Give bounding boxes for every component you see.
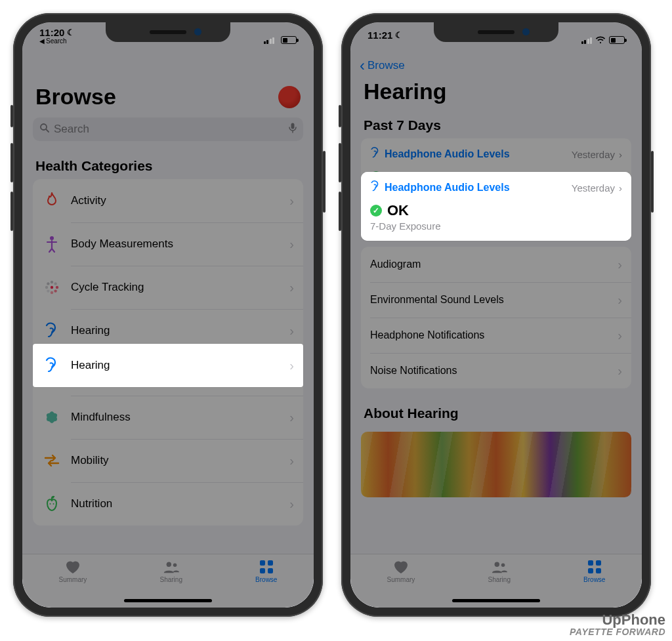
svg-point-4 [51, 286, 53, 289]
heart-fill-icon [64, 560, 81, 574]
tab-browse[interactable]: Browse [255, 560, 277, 608]
heart-fill-icon [392, 560, 410, 574]
category-nutrition[interactable]: Nutrition › [33, 482, 303, 526]
headphone-when: Yesterday [572, 182, 615, 194]
mindfulness-icon [42, 407, 62, 427]
breadcrumb-back[interactable]: ◀Search [39, 38, 75, 45]
chevron-right-icon: › [618, 328, 622, 343]
ear-icon [42, 321, 62, 341]
people-icon [163, 560, 180, 574]
section-health-categories: Health Categories [22, 141, 314, 179]
apple-icon [42, 494, 62, 514]
svg-rect-28 [588, 568, 593, 573]
item-headphone-notifications[interactable]: Headphone Notifications› [361, 318, 631, 353]
category-activity[interactable]: Activity › [33, 179, 303, 222]
do-not-disturb-icon: ☾ [395, 31, 403, 40]
svg-point-12 [47, 282, 49, 285]
svg-rect-29 [596, 568, 601, 573]
svg-point-9 [54, 289, 56, 292]
chevron-right-icon: › [289, 497, 294, 512]
battery-icon [609, 36, 625, 44]
headphone-card-highlight[interactable]: Headphone Audio Levels Yesterday › ✓ OK … [361, 172, 631, 241]
chevron-right-icon: › [289, 280, 294, 295]
item-audiogram[interactable]: Audiogram› [361, 247, 631, 282]
exposure-label: 7-Day Exposure [370, 220, 622, 232]
chevron-right-icon: › [619, 182, 622, 194]
item-noise-notifications[interactable]: Noise Notifications› [361, 353, 631, 388]
svg-point-11 [54, 282, 56, 285]
ear-icon [42, 356, 62, 375]
chevron-right-icon: › [618, 257, 622, 272]
chevron-right-icon: › [289, 410, 294, 425]
section-past-7-days: Past 7 Days [350, 108, 642, 138]
page-title: Browse [35, 84, 116, 110]
headphone-title: Headphone Audio Levels [385, 182, 510, 194]
back-button[interactable]: ‹ Browse [350, 55, 642, 72]
tab-summary[interactable]: Summary [59, 560, 87, 608]
chevron-right-icon: › [289, 323, 294, 339]
tab-browse[interactable]: Browse [583, 560, 605, 608]
svg-point-24 [494, 562, 499, 567]
svg-point-19 [173, 563, 177, 567]
notch [106, 22, 230, 42]
svg-point-17 [53, 503, 54, 505]
svg-point-7 [45, 286, 48, 289]
tab-summary[interactable]: Summary [387, 560, 415, 608]
category-cycle-tracking[interactable]: Cycle Tracking › [33, 266, 303, 309]
category-mobility[interactable]: Mobility › [33, 439, 303, 482]
category-hearing-highlight[interactable]: Hearing › [33, 344, 303, 387]
people-icon [491, 560, 508, 574]
page-title: Hearing [350, 72, 642, 108]
mic-icon[interactable] [289, 123, 297, 136]
chevron-right-icon: › [289, 453, 294, 468]
svg-rect-22 [260, 568, 265, 573]
status-time: 11:21 [368, 30, 392, 41]
svg-point-5 [56, 286, 58, 289]
svg-rect-23 [268, 568, 273, 573]
do-not-disturb-icon: ☾ [67, 28, 75, 37]
cell-signal-icon [581, 37, 593, 44]
flame-icon [42, 191, 62, 211]
watermark: UpPhone PAYETTE FORWARD [570, 612, 665, 637]
check-icon: ✓ [370, 205, 382, 217]
svg-rect-20 [260, 560, 265, 566]
svg-point-18 [166, 562, 171, 567]
svg-point-16 [50, 503, 51, 505]
item-environmental-sound-levels[interactable]: Environmental Sound Levels› [361, 282, 631, 318]
chevron-right-icon: › [619, 149, 622, 160]
profile-avatar[interactable] [278, 86, 301, 108]
home-indicator[interactable] [452, 599, 540, 602]
svg-rect-27 [596, 560, 601, 566]
svg-rect-2 [291, 123, 295, 129]
svg-point-3 [50, 236, 54, 240]
status-time: 11:20 [39, 28, 64, 38]
svg-point-25 [501, 563, 505, 567]
phone-right: 11:21☾ ‹ Browse Hearing Past 7 Days [341, 13, 651, 617]
svg-point-6 [51, 291, 53, 294]
wifi-icon [595, 35, 606, 46]
svg-point-10 [47, 289, 49, 292]
search-placeholder: Search [54, 123, 285, 136]
category-body-measurements[interactable]: Body Measurements › [33, 222, 303, 266]
grid-icon [258, 560, 275, 574]
section-about-hearing: About Hearing [350, 388, 642, 426]
chevron-left-icon: ◀ [39, 38, 45, 45]
svg-line-1 [46, 129, 49, 132]
chevron-right-icon: › [289, 237, 294, 252]
svg-rect-26 [588, 560, 593, 566]
body-icon [42, 234, 62, 254]
ear-icon [370, 180, 381, 196]
chevron-right-icon: › [289, 194, 294, 209]
grid-icon [586, 560, 603, 574]
about-hearing-banner[interactable] [361, 432, 631, 497]
cell-signal-icon [264, 37, 275, 44]
home-indicator[interactable] [124, 599, 212, 602]
search-icon [39, 123, 50, 136]
svg-rect-21 [268, 560, 273, 566]
mobility-icon [42, 451, 62, 470]
phone-left: 11:20☾ ◀Search Browse [13, 13, 323, 617]
ear-icon [370, 146, 381, 162]
svg-point-8 [51, 281, 53, 283]
category-mindfulness[interactable]: Mindfulness › [33, 396, 303, 439]
search-input[interactable]: Search [33, 117, 303, 141]
